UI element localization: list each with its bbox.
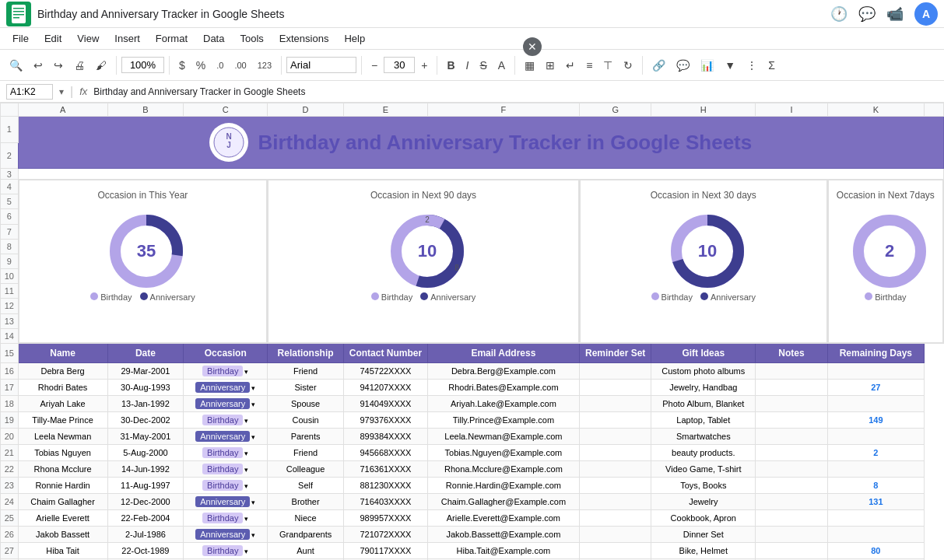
cell-occasion-19[interactable]: Birthday▾ [184, 412, 268, 429]
italic-button[interactable]: I [461, 56, 474, 75]
cell-notes-22[interactable] [756, 461, 828, 478]
cell-notes-23[interactable] [756, 478, 828, 494]
dropdown-19[interactable]: ▾ [244, 417, 248, 425]
cell-gift-22[interactable]: Video Game, T-shirt [651, 461, 756, 478]
redo-button[interactable]: ↪ [49, 56, 68, 75]
history-icon[interactable]: 🕐 [830, 5, 847, 23]
menu-insert[interactable]: Insert [108, 31, 146, 46]
menu-extensions[interactable]: Extensions [273, 31, 335, 46]
cell-remaining-26[interactable] [827, 527, 924, 543]
menu-tools[interactable]: Tools [233, 31, 269, 46]
dropdown-25[interactable]: ▾ [244, 515, 248, 523]
cell-remaining-22[interactable] [827, 461, 924, 478]
cell-rel-27[interactable]: Aunt [268, 543, 344, 559]
cell-name-20[interactable]: Leela Newman [18, 429, 107, 445]
search-button[interactable]: 🔍 [5, 56, 27, 75]
cell-gift-23[interactable]: Toys, Books [651, 478, 756, 494]
cell-notes-26[interactable] [756, 527, 828, 543]
cell-name-25[interactable]: Arielle Everett [18, 510, 107, 527]
cell-gift-21[interactable]: beauty products. [651, 445, 756, 461]
col-header-h[interactable]: H [651, 103, 756, 117]
cell-notes-27[interactable] [756, 543, 828, 559]
dropdown-24[interactable]: ▾ [251, 499, 255, 506]
cell-contact-25[interactable]: 989957XXXX [343, 510, 427, 527]
cell-email-17[interactable]: Rhodri.Bates@Example.com [427, 380, 579, 396]
font-decrease-button[interactable]: − [367, 56, 382, 75]
cell-reminder-19[interactable] [579, 412, 651, 429]
cell-contact-24[interactable]: 716403XXXX [343, 494, 427, 510]
font-increase-button[interactable]: + [416, 56, 432, 75]
col-header-a[interactable]: A [18, 103, 107, 117]
user-avatar[interactable]: A [914, 2, 938, 26]
menu-data[interactable]: Data [197, 31, 230, 46]
cell-date-24[interactable]: 12-Dec-2000 [107, 494, 184, 510]
cell-name-23[interactable]: Ronnie Hardin [18, 478, 107, 494]
cell-notes-20[interactable] [756, 429, 828, 445]
cell-email-25[interactable]: Arielle.Everett@Example.com [427, 510, 579, 527]
cell-name-21[interactable]: Tobias Nguyen [18, 445, 107, 461]
cell-email-22[interactable]: Rhona.Mcclure@Example.com [427, 461, 579, 478]
cell-name-19[interactable]: Tilly-Mae Prince [18, 412, 107, 429]
cell-gift-19[interactable]: Laptop, Tablet [651, 412, 756, 429]
cell-name-24[interactable]: Chaim Gallagher [18, 494, 107, 510]
cell-occasion-26[interactable]: Anniversary▾ [184, 527, 268, 543]
font-name-input[interactable] [286, 57, 356, 73]
cell-occasion-16[interactable]: Birthday▾ [184, 363, 268, 380]
strikethrough-button[interactable]: S [475, 56, 491, 75]
cell-reference-input[interactable] [6, 84, 53, 100]
cell-remaining-21[interactable]: 2 [827, 445, 924, 461]
cell-reminder-24[interactable] [579, 494, 651, 510]
cell-reminder-20[interactable] [579, 429, 651, 445]
cell-reminder-22[interactable] [579, 461, 651, 478]
cell-rel-23[interactable]: Self [268, 478, 344, 494]
cell-name-26[interactable]: Jakob Bassett [18, 527, 107, 543]
cell-gift-26[interactable]: Dinner Set [651, 527, 756, 543]
cell-remaining-19[interactable]: 149 [827, 412, 924, 429]
cell-date-26[interactable]: 2-Jul-1986 [107, 527, 184, 543]
cell-remaining-17[interactable]: 27 [827, 380, 924, 396]
menu-format[interactable]: Format [149, 31, 194, 46]
cell-reminder-18[interactable] [579, 396, 651, 412]
menu-help[interactable]: Help [338, 31, 371, 46]
cell-remaining-18[interactable] [827, 396, 924, 412]
cell-email-27[interactable]: Hiba.Tait@Example.com [427, 543, 579, 559]
cell-date-19[interactable]: 30-Dec-2002 [107, 412, 184, 429]
cell-contact-20[interactable]: 899384XXXX [343, 429, 427, 445]
bold-button[interactable]: B [442, 56, 459, 75]
cell-rel-17[interactable]: Sister [268, 380, 344, 396]
cell-date-21[interactable]: 5-Aug-2000 [107, 445, 184, 461]
col-header-b[interactable]: B [107, 103, 184, 117]
cell-remaining-27[interactable]: 80 [827, 543, 924, 559]
cell-remaining-25[interactable] [827, 510, 924, 527]
cell-gift-16[interactable]: Custom photo albums [651, 363, 756, 380]
cell-gift-27[interactable]: Bike, Helmet [651, 543, 756, 559]
cell-reminder-26[interactable] [579, 527, 651, 543]
col-header-k[interactable]: K [827, 103, 924, 117]
cell-contact-19[interactable]: 979376XXXX [343, 412, 427, 429]
print-button[interactable]: 🖨 [69, 56, 89, 75]
cell-reminder-17[interactable] [579, 380, 651, 396]
number-format-button[interactable]: 123 [253, 58, 276, 73]
cell-gift-18[interactable]: Photo Album, Blanket [651, 396, 756, 412]
cell-reminder-27[interactable] [579, 543, 651, 559]
cell-name-22[interactable]: Rhona Mcclure [18, 461, 107, 478]
cell-gift-24[interactable]: Jewelry [651, 494, 756, 510]
menu-view[interactable]: View [71, 31, 105, 46]
rotation-button[interactable]: ↻ [619, 56, 637, 75]
cell-date-18[interactable]: 13-Jan-1992 [107, 396, 184, 412]
cell-occasion-24[interactable]: Anniversary▾ [184, 494, 268, 510]
paint-format-button[interactable]: 🖌 [91, 56, 111, 75]
cell-date-22[interactable]: 14-Jun-1992 [107, 461, 184, 478]
cell-email-23[interactable]: Ronnie.Hardin@Example.com [427, 478, 579, 494]
cell-remaining-24[interactable]: 131 [827, 494, 924, 510]
cell-rel-24[interactable]: Brother [268, 494, 344, 510]
dropdown-23[interactable]: ▾ [244, 482, 248, 490]
comment-add-button[interactable]: 💬 [672, 56, 694, 75]
menu-file[interactable]: File [6, 31, 35, 46]
cell-occasion-25[interactable]: Birthday▾ [184, 510, 268, 527]
more-options-button[interactable]: ⋮ [742, 56, 762, 75]
cell-remaining-20[interactable] [827, 429, 924, 445]
close-button[interactable]: ✕ [523, 37, 542, 56]
cell-date-23[interactable]: 11-Aug-1997 [107, 478, 184, 494]
spreadsheet-area[interactable]: A B C D E F G H I K 1 [0, 103, 944, 560]
